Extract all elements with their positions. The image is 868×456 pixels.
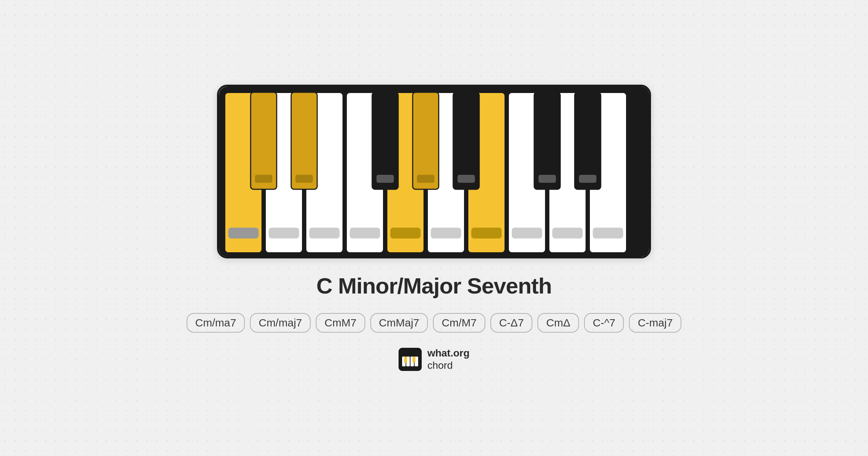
logo-icon	[399, 348, 422, 371]
piano-wrapper	[217, 85, 651, 258]
svg-rect-26	[376, 175, 394, 183]
alias-badge: C-Δ7	[490, 313, 532, 333]
svg-rect-6	[309, 228, 340, 238]
svg-rect-21	[251, 92, 277, 189]
svg-rect-12	[431, 228, 461, 238]
svg-rect-25	[372, 92, 398, 189]
logo-container: what.org chord	[399, 347, 470, 371]
svg-rect-28	[417, 175, 434, 183]
svg-rect-16	[512, 228, 542, 238]
alias-badge: Cm/ma7	[187, 313, 245, 333]
alias-badge: Cm/maj7	[250, 313, 311, 333]
main-container: C Minor/Major Seventh Cm/ma7Cm/maj7CmM7C…	[187, 85, 681, 371]
alias-badge: Cm/M7	[433, 313, 485, 333]
alias-badge: CmMaj7	[370, 313, 428, 333]
alias-badge: CmΔ	[537, 313, 579, 333]
svg-rect-34	[579, 175, 596, 183]
alias-badge: C-maj7	[629, 313, 681, 333]
svg-rect-2	[228, 228, 259, 238]
svg-rect-40	[404, 356, 407, 363]
alias-badge: C-^7	[584, 313, 624, 333]
chord-aliases: Cm/ma7Cm/maj7CmM7CmMaj7Cm/M7C-Δ7CmΔC-^7C…	[187, 313, 681, 333]
svg-rect-29	[453, 92, 479, 189]
svg-rect-20	[593, 228, 623, 238]
svg-rect-24	[295, 175, 313, 183]
logo-text: what.org chord	[427, 347, 470, 371]
alias-badge: CmM7	[316, 313, 365, 333]
svg-rect-30	[458, 175, 475, 183]
svg-rect-18	[552, 228, 583, 238]
svg-rect-41	[412, 356, 415, 363]
svg-rect-23	[291, 92, 317, 189]
svg-rect-33	[575, 92, 601, 189]
svg-rect-31	[534, 92, 560, 189]
svg-rect-10	[390, 228, 421, 238]
logo-line1: what.org	[427, 347, 470, 359]
svg-rect-14	[471, 228, 502, 238]
chord-title: C Minor/Major Seventh	[316, 273, 552, 299]
svg-rect-8	[350, 228, 380, 238]
logo-line2: chord	[427, 359, 470, 372]
svg-rect-27	[413, 92, 439, 189]
svg-rect-22	[255, 175, 272, 183]
svg-rect-4	[269, 228, 299, 238]
svg-rect-32	[539, 175, 556, 183]
